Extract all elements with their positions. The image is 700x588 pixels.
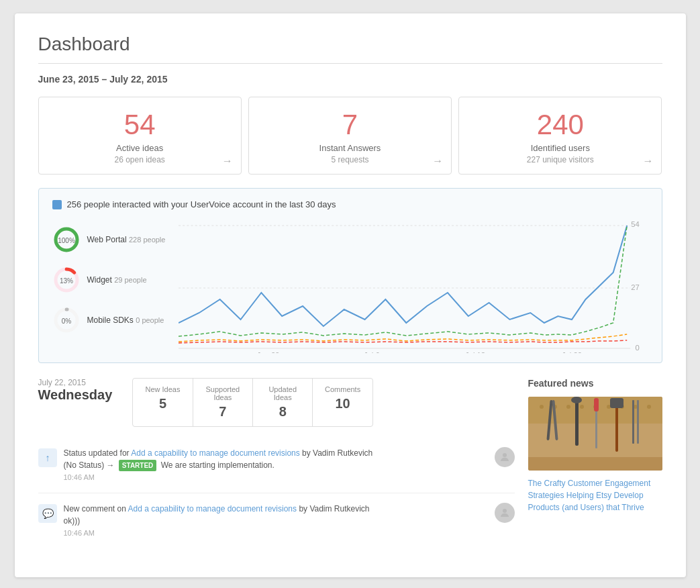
act-stat-supported-ideas: Supported Ideas 7 (193, 379, 253, 426)
act-stat-updated-ideas: Updated Ideas 8 (253, 379, 313, 426)
svg-text:27: 27 (632, 283, 640, 291)
stat-card-identified-users: 240 Identified users 227 unique visitors… (458, 97, 662, 175)
activity-stats: New Ideas 5 Supported Ideas 7 Updated Id… (132, 378, 372, 427)
act-label-updated-ideas: Updated Ideas (261, 385, 304, 401)
instant-answers-sub: 5 requests (262, 155, 438, 164)
activity-item-1-avatar (495, 447, 515, 467)
chart-header: 256 people interacted with your UserVoic… (52, 199, 648, 209)
activity-day-name: Wednesday (38, 387, 113, 403)
activity-item-2-content: New comment on Add a capability to manag… (64, 503, 488, 539)
svg-text:100%: 100% (58, 237, 75, 244)
activity-date-header: July 22, 2015 Wednesday (38, 378, 113, 403)
act-value-new-ideas: 5 (141, 396, 184, 411)
instant-answers-label: Instant Answers (262, 143, 438, 153)
stat-card-instant-answers: 7 Instant Answers 5 requests → (248, 97, 452, 175)
legend-mobile-sdks-name: Mobile SDKs 0 people (87, 315, 164, 325)
page-title: Dashboard (38, 34, 662, 55)
svg-point-21 (503, 453, 507, 457)
legend-web-portal-name: Web Portal 228 people (87, 235, 166, 244)
svg-text:Jul 6: Jul 6 (364, 351, 380, 353)
activity-item-2: 💬 New comment on Add a capability to man… (38, 503, 515, 539)
act-value-comments: 10 (321, 396, 364, 411)
svg-text:Jul 13: Jul 13 (465, 351, 485, 353)
activity-item-1-suffix: by Vadim Rutkevich (302, 448, 372, 458)
svg-rect-43 (610, 398, 623, 408)
svg-text:Jul 20: Jul 20 (562, 351, 582, 353)
activity-section: July 22, 2015 Wednesday New Ideas 5 Supp… (38, 378, 515, 539)
page-container: Dashboard June 23, 2015 – July 22, 2015 … (15, 13, 686, 577)
activity-item-1-content: Status updated for Add a capability to m… (64, 447, 488, 483)
instant-answers-number: 7 (262, 109, 438, 140)
active-ideas-sub: 26 open ideas (52, 155, 228, 164)
comment-icon: 💬 (38, 504, 57, 523)
act-label-new-ideas: New Ideas (141, 385, 184, 393)
identified-users-sub: 227 unique visitors (472, 155, 648, 164)
legend-web-portal: 100% Web Portal 228 people (52, 226, 166, 254)
activity-divider (38, 493, 515, 493)
svg-text:0%: 0% (61, 317, 71, 325)
activity-item-2-time: 10:46 AM (64, 529, 95, 537)
active-ideas-arrow[interactable]: → (222, 155, 233, 167)
activity-item-2-avatar (495, 503, 515, 523)
chart-section: 256 people interacted with your UserVoic… (38, 188, 662, 363)
chart-header-text: 256 people interacted with your UserVoic… (67, 199, 336, 209)
stat-cards: 54 Active ideas 26 open ideas → 7 Instan… (38, 97, 662, 175)
svg-rect-44 (632, 400, 634, 444)
svg-text:↑: ↑ (45, 452, 50, 463)
svg-point-35 (647, 405, 651, 409)
svg-text:54: 54 (632, 220, 640, 228)
chart-svg: 54 27 0 Jun 29 Jul 6 Jul 13 Jul 20 (179, 219, 648, 353)
legend-widget-count: 29 people (114, 276, 146, 284)
featured-news-image (528, 397, 662, 471)
legend-mobile-sdks-text: Mobile SDKs 0 people (87, 315, 164, 325)
legend-widget: 13% Widget 29 people (52, 266, 166, 294)
started-badge: STARTED (119, 460, 156, 471)
chart-area: 54 27 0 Jun 29 Jul 6 Jul 13 Jul 20 (179, 219, 648, 353)
svg-text:💬: 💬 (42, 508, 54, 520)
activity-item-2-comment: ok))) (64, 516, 81, 526)
svg-text:Jun 29: Jun 29 (257, 351, 280, 353)
activity-item-2-link[interactable]: Add a capability to manage document revi… (128, 504, 297, 513)
identified-users-arrow[interactable]: → (642, 155, 653, 167)
act-value-supported-ideas: 7 (201, 404, 244, 420)
svg-rect-45 (637, 400, 639, 444)
instant-answers-arrow[interactable]: → (432, 155, 443, 167)
activity-date-small: July 22, 2015 (38, 378, 113, 387)
legend-mobile-sdks-count: 0 people (136, 316, 164, 324)
chart-blue-square-icon (52, 200, 62, 209)
svg-point-30 (580, 405, 584, 409)
activity-items: ↑ Status updated for Add a capability to… (38, 447, 515, 539)
act-stat-new-ideas: New Ideas 5 (133, 379, 193, 426)
status-update-icon: ↑ (38, 448, 57, 467)
svg-rect-46 (528, 457, 662, 471)
identified-users-number: 240 (472, 109, 648, 140)
activity-item-1-time: 10:46 AM (64, 473, 95, 481)
act-stat-comments: Comments 10 (313, 379, 372, 426)
chart-body: 100% Web Portal 228 people 13% Widget 29… (52, 219, 648, 353)
svg-text:0: 0 (636, 344, 640, 352)
active-ideas-label: Active ideas (52, 143, 228, 153)
donut-web-portal-icon: 100% (52, 226, 81, 254)
activity-item-1-status-from: (No Status) → (64, 460, 117, 470)
active-ideas-number: 54 (52, 109, 228, 140)
svg-point-24 (503, 509, 507, 513)
svg-text:13%: 13% (59, 277, 72, 285)
featured-news-title: Featured news (528, 378, 662, 389)
svg-point-39 (571, 397, 582, 403)
activity-item-1-status-comment: We are starting implementation. (161, 460, 274, 470)
featured-news: Featured news (528, 378, 662, 539)
activity-item-2-prefix: New comment on (64, 504, 128, 513)
svg-point-27 (540, 405, 544, 409)
svg-rect-38 (575, 399, 579, 446)
act-value-updated-ideas: 8 (261, 404, 304, 420)
date-range: June 23, 2015 – July 22, 2015 (38, 74, 662, 85)
svg-point-29 (566, 405, 570, 409)
header-divider (38, 63, 662, 64)
legend-widget-text: Widget 29 people (87, 275, 147, 285)
featured-news-link[interactable]: The Crafty Customer Engagement Strategie… (528, 479, 651, 512)
legend-web-portal-count: 228 people (129, 236, 165, 244)
activity-item-2-suffix: by Vadim Rutkevich (299, 504, 369, 513)
activity-item-1-link[interactable]: Add a capability to manage document revi… (131, 448, 299, 458)
activity-item-1-prefix: Status updated for (64, 448, 132, 458)
identified-users-label: Identified users (472, 143, 648, 153)
